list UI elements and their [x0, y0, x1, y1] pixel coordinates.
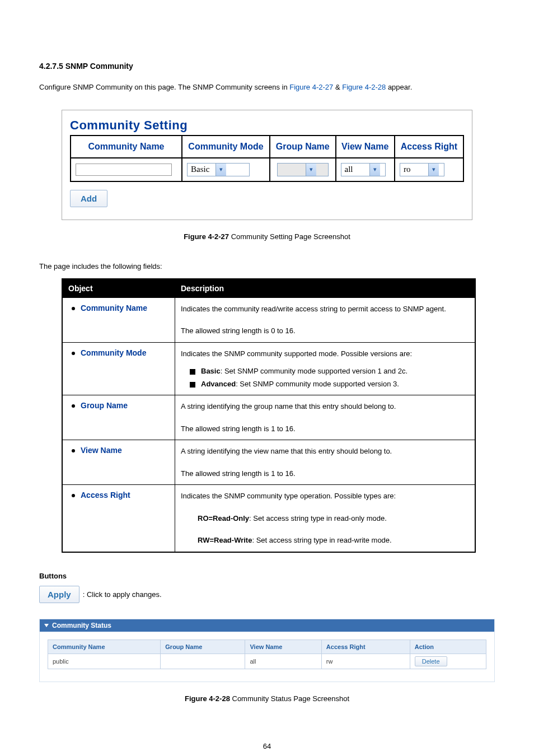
bullet-icon: [72, 404, 75, 408]
square-bullet-icon: [190, 369, 195, 375]
cell-access: rw: [321, 654, 410, 669]
col-view-name: View Name: [336, 136, 395, 158]
desc-text: The allowed string length is 0 to 16.: [175, 320, 475, 342]
section-number: 4.2.7.5: [39, 62, 63, 71]
obj-label: Access Right: [81, 491, 130, 500]
group-name-select[interactable]: ▾: [277, 163, 329, 176]
col-access-right: Access Right: [395, 136, 463, 158]
obj-label: Group Name: [81, 401, 128, 410]
col-community-name: Community Name: [71, 136, 182, 158]
community-status-table: Community Name Group Name View Name Acce…: [48, 640, 486, 669]
chevron-down-icon: ▾: [369, 164, 380, 176]
figure-caption-1: Figure 4-2-27 Community Setting Page Scr…: [39, 232, 495, 241]
stat-col-group: Group Name: [161, 640, 245, 654]
desc-text: Indicates the SNMP community supported m…: [175, 343, 475, 365]
obj-label: Community Name: [81, 304, 147, 312]
obj-group-name: Group Name: [63, 395, 175, 416]
desc-subitem: RO=Read-Only: Set access string type in …: [175, 507, 475, 530]
community-name-input[interactable]: [76, 164, 172, 176]
add-button[interactable]: Add: [70, 190, 107, 207]
apply-row: Apply : Click to apply changes.: [39, 586, 495, 603]
chevron-down-icon: ▾: [306, 164, 316, 176]
view-name-value: all: [341, 165, 369, 174]
desc-bold: Advanced: [201, 380, 236, 388]
desc-bold: RW=Read-Write: [198, 536, 252, 544]
status-panel-title: Community Status: [52, 622, 111, 629]
figcap1-rest: Community Setting Page Screenshot: [229, 232, 350, 241]
community-setting-screenshot: Community Setting Community Name Communi…: [62, 110, 472, 220]
desc-rest: : Set SNMP community mode supported vers…: [221, 367, 407, 375]
desc-text: The allowed string length is 1 to 16.: [175, 463, 475, 485]
desc-rest: : Set access string type in read-only mo…: [249, 514, 387, 522]
stat-col-action: Action: [410, 640, 486, 654]
intro-paragraph: Configure SNMP Community on this page. T…: [39, 82, 495, 93]
square-bullet-icon: [190, 382, 195, 388]
desc-bold: Basic: [201, 367, 221, 375]
bullet-icon: [72, 494, 75, 497]
col-group-name: Group Name: [270, 136, 336, 158]
obj-label: Community Mode: [81, 348, 146, 357]
cell-view: all: [245, 654, 321, 669]
page-number: 64: [39, 742, 495, 750]
community-mode-value: Basic: [188, 165, 216, 174]
figure-caption-2: Figure 4-2-28 Community Status Page Scre…: [39, 694, 495, 703]
fields-lead: The page includes the following fields:: [39, 262, 495, 270]
community-status-screenshot: Community Status Community Name Group Na…: [39, 619, 495, 682]
chevron-down-icon: ▾: [216, 164, 226, 176]
desc-text: A string identifying the group name that…: [175, 395, 475, 418]
section-title-text: SNMP Community: [65, 62, 133, 71]
delete-button[interactable]: Delete: [415, 656, 447, 666]
access-right-value: ro: [400, 165, 428, 174]
chevron-down-icon: ▾: [428, 164, 439, 176]
bullet-icon: [72, 449, 75, 452]
col-community-mode: Community Mode: [182, 136, 270, 158]
desc-subitem: RW=Read-Write: Set access string type in…: [175, 529, 475, 552]
cell-group: [161, 654, 245, 669]
desc-text: A string identifying the view name that …: [175, 440, 475, 463]
obj-community-name: Community Name: [63, 298, 175, 318]
desc-text: Indicates the SNMP community type operat…: [175, 485, 475, 507]
bullet-icon: [72, 307, 75, 310]
obj-label: View Name: [81, 446, 122, 455]
figure-link-1[interactable]: Figure 4-2-27: [289, 83, 333, 91]
desc-rest: : Set SNMP community mode supported vers…: [236, 380, 399, 388]
intro-amp: &: [335, 83, 342, 91]
view-name-select[interactable]: all ▾: [341, 163, 386, 176]
intro-text-after: appear.: [388, 83, 412, 91]
access-right-select[interactable]: ro ▾: [400, 163, 444, 176]
stat-col-access: Access Right: [321, 640, 410, 654]
desc-text: The allowed string length is 1 to 16.: [175, 418, 475, 440]
figure-link-2[interactable]: Figure 4-2-28: [342, 83, 386, 91]
figcap2-bold: Figure 4-2-28: [185, 694, 230, 703]
obj-view-name: View Name: [63, 440, 175, 460]
section-heading: 4.2.7.5 SNMP Community: [39, 62, 495, 71]
object-description-table: Object Description Community Name Indica…: [62, 278, 476, 553]
obj-access-right: Access Right: [63, 485, 175, 505]
apply-desc: : Click to apply changes.: [83, 590, 162, 599]
bullet-icon: [72, 352, 75, 355]
desc-text: Indicates the community read/write acces…: [175, 298, 475, 320]
desc-subitem: Advanced: Set SNMP community mode suppor…: [175, 377, 475, 395]
status-panel-header[interactable]: Community Status: [40, 619, 494, 632]
panel-title: Community Setting: [70, 118, 464, 133]
disclosure-triangle-icon: [44, 624, 49, 627]
figcap1-bold: Figure 4-2-27: [184, 232, 229, 241]
cell-name: public: [48, 654, 161, 669]
community-mode-select[interactable]: Basic ▾: [187, 163, 250, 176]
community-setting-form-table: Community Name Community Mode Group Name…: [70, 135, 464, 182]
obj-community-mode: Community Mode: [63, 343, 175, 363]
desc-rest: : Set access string type in read-write m…: [252, 536, 391, 544]
apply-button[interactable]: Apply: [39, 586, 79, 603]
desc-subitem: Basic: Set SNMP community mode supported…: [175, 365, 475, 377]
table-row: public all rw Delete: [48, 654, 486, 669]
objhead-desc: Description: [175, 279, 476, 298]
stat-col-view: View Name: [245, 640, 321, 654]
stat-col-name: Community Name: [48, 640, 161, 654]
intro-text: Configure SNMP Community on this page. T…: [39, 83, 289, 91]
desc-bold: RO=Read-Only: [198, 514, 249, 522]
buttons-heading: Buttons: [39, 572, 495, 580]
objhead-object: Object: [62, 279, 175, 298]
figcap2-rest: Community Status Page Screenshot: [230, 694, 349, 703]
